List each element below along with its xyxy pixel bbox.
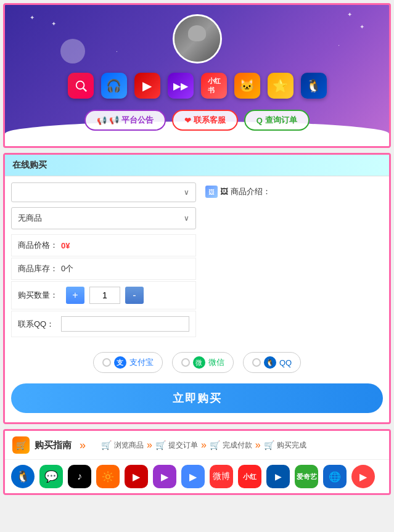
qq-input[interactable] <box>61 316 189 332</box>
guide-cart-icon: 🛒 <box>12 436 30 454</box>
payment-options-row: 支 支付宝 微 微信 🐧 QQ <box>5 345 389 380</box>
bottom-app-qq[interactable]: 🐧 <box>11 465 35 488</box>
bottom-app-orange[interactable]: 🔆 <box>96 465 120 488</box>
quantity-row: 购买数量： + - <box>11 281 196 309</box>
guide-arrow-icon: » <box>80 439 86 452</box>
wechat-icon: 微 <box>193 356 205 369</box>
quantity-increase-button[interactable]: + <box>66 287 84 304</box>
app-icon-live[interactable]: ▶▶ <box>168 73 194 99</box>
heart-icon: ❤ <box>184 116 191 125</box>
bottom-app-blue2[interactable]: ▶ <box>266 465 290 488</box>
bottom-app-blue3[interactable]: 🌐 <box>323 465 347 488</box>
price-label: 商品价格： <box>18 240 61 251</box>
guide-title: 购买指南 <box>35 440 72 451</box>
svg-point-0 <box>76 81 84 89</box>
chevron-down-icon: ∨ <box>184 188 189 197</box>
app-icon-star[interactable]: ⭐ <box>268 73 293 99</box>
bottom-app-tiktok[interactable]: ♪ <box>68 465 91 488</box>
app-icon-video[interactable]: ▶ <box>134 73 160 99</box>
stock-label: 商品库存： <box>18 263 61 274</box>
category-dropdown[interactable]: ∨ <box>11 182 196 202</box>
plus-icon: + <box>72 290 78 301</box>
platform-notice-label: 📢 平台公告 <box>109 115 154 126</box>
product-intro-label: 🖼 🖼 商品介绍： <box>205 186 380 198</box>
product-intro-text: 🖼 商品介绍： <box>220 186 271 197</box>
section-header: 在线购买 <box>5 155 389 176</box>
step-pay: 🛒 完成付款 <box>210 440 252 451</box>
bottom-app-iqiyi[interactable]: 爱奇艺 <box>295 465 318 488</box>
payment-wechat[interactable]: 微 微信 <box>172 352 234 373</box>
cart-icon-4: 🛒 <box>264 440 274 450</box>
section-title: 在线购买 <box>12 160 47 170</box>
query-icon: Q <box>257 116 263 125</box>
step-order-label: 提交订单 <box>168 440 198 451</box>
cart-icon-3: 🛒 <box>210 440 220 450</box>
bottom-apps-row: 🐧 💬 ♪ 🔆 ▶ ▶ ▶ 微博 小红 ▶ 爱奇艺 🌐 ▶ <box>5 460 389 493</box>
header-banner: ✦ ✦ ✦ ✦ · · 🎧 ▶ ▶▶ <box>3 3 391 148</box>
price-row: 商品价格： 0¥ <box>11 234 196 256</box>
step-done: 🛒 购买完成 <box>264 440 306 451</box>
arrow-1: » <box>147 440 152 451</box>
chevron-down-icon-2: ∨ <box>184 214 189 223</box>
customer-service-button[interactable]: ❤ 联系客服 <box>172 110 238 131</box>
app-icon-music[interactable]: 🎧 <box>101 73 127 99</box>
product-selected: 无商品 <box>18 213 42 224</box>
query-order-label: 查询订单 <box>265 115 297 126</box>
qq-row: 联系QQ： <box>11 311 196 337</box>
bottom-app-play[interactable]: ▶ <box>351 465 375 488</box>
guide-section: 🛒 购买指南 » 🛒 浏览商品 » 🛒 提交订单 » 🛒 完成付款 » <box>3 429 391 495</box>
guide-header: 🛒 购买指南 » 🛒 浏览商品 » 🛒 提交订单 » 🛒 完成付款 » <box>5 431 389 460</box>
qty-label: 购买数量： <box>18 290 58 301</box>
minus-icon: - <box>133 290 136 301</box>
bottom-app-blue[interactable]: ▶ <box>181 465 205 488</box>
cart-icon-2: 🛒 <box>155 440 166 450</box>
stock-value: 0个 <box>61 263 73 274</box>
step-pay-label: 完成付款 <box>223 440 252 451</box>
purchase-area: ∨ 无商品 ∨ 商品价格： 0¥ 商品库存： 0个 <box>5 176 389 345</box>
customer-service-label: 联系客服 <box>194 115 226 126</box>
qq-pay-label: QQ <box>279 358 292 367</box>
query-order-button[interactable]: Q 查询订单 <box>244 110 310 131</box>
guide-steps: 🛒 浏览商品 » 🛒 提交订单 » 🛒 完成付款 » 🛒 购买完成 <box>94 436 314 454</box>
right-panel: 🖼 🖼 商品介绍： <box>202 182 383 338</box>
bottom-app-red[interactable]: ▶ <box>125 465 148 488</box>
avatar-container <box>5 5 389 63</box>
app-icon-search[interactable] <box>68 73 94 99</box>
platform-notice-button[interactable]: 📢 📢 平台公告 <box>84 110 166 131</box>
app-icons-row: 🎧 ▶ ▶▶ 小红书 🐱 ⭐ 🐧 <box>5 63 389 105</box>
arrow-3: » <box>255 440 261 451</box>
qq-pay-icon: 🐧 <box>264 356 276 369</box>
buy-now-label: 立即购买 <box>173 392 222 404</box>
wechat-label: 微信 <box>208 357 224 368</box>
radio-wechat[interactable] <box>181 358 190 367</box>
payment-alipay[interactable]: 支 支付宝 <box>93 352 163 373</box>
nav-buttons-row: 📢 📢 平台公告 ❤ 联系客服 Q 查询订单 <box>5 105 389 140</box>
product-dropdown[interactable]: 无商品 ∨ <box>11 207 196 229</box>
alipay-icon: 支 <box>114 356 126 369</box>
step-order: 🛒 提交订单 <box>155 440 198 451</box>
radio-alipay[interactable] <box>102 358 111 367</box>
quantity-input[interactable] <box>89 287 120 304</box>
bottom-app-wechat[interactable]: 💬 <box>39 465 63 488</box>
radio-qq[interactable] <box>252 358 261 367</box>
arrow-2: » <box>201 440 207 451</box>
app-icon-xiaohongshu[interactable]: 小红书 <box>201 73 227 99</box>
qq-label: 联系QQ： <box>18 319 61 330</box>
step-browse-label: 浏览商品 <box>114 440 144 451</box>
payment-qq[interactable]: 🐧 QQ <box>243 352 301 373</box>
purchase-section: 在线购买 ∨ 无商品 ∨ 商品价格： 0¥ <box>3 153 391 424</box>
svg-line-1 <box>83 88 86 91</box>
bottom-app-xhs[interactable]: 小红 <box>238 465 261 488</box>
bottom-app-purple[interactable]: ▶ <box>153 465 176 488</box>
cart-icon-1: 🛒 <box>101 440 112 450</box>
notice-icon: 📢 <box>97 116 107 125</box>
price-value: 0¥ <box>61 241 70 250</box>
app-icon-mengyan[interactable]: 🐱 <box>234 73 260 99</box>
stock-row: 商品库存： 0个 <box>11 258 196 280</box>
bottom-app-weibo[interactable]: 微博 <box>210 465 233 488</box>
app-icon-qq[interactable]: 🐧 <box>301 73 327 99</box>
quantity-decrease-button[interactable]: - <box>125 287 144 304</box>
alipay-label: 支付宝 <box>129 357 154 368</box>
product-intro-icon: 🖼 <box>205 186 218 198</box>
buy-now-button[interactable]: 立即购买 <box>11 383 383 413</box>
